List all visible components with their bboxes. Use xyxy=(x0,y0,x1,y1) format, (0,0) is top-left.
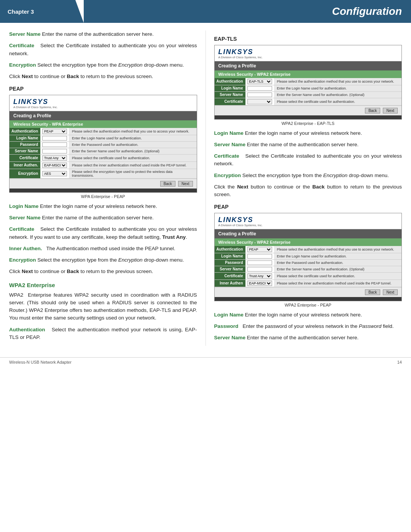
input-cert-eap[interactable] xyxy=(245,98,274,105)
input-server[interactable] xyxy=(40,148,69,154)
label-server: Server Name xyxy=(10,148,40,154)
desc-server-peap2: Enter the Server Name used for authentic… xyxy=(274,266,402,272)
term-login-peap2: Login Name xyxy=(214,312,244,318)
input-encryption[interactable]: AES xyxy=(40,169,69,178)
encryption-eap-para: Encryption Select the encryption type fr… xyxy=(214,172,402,179)
logo-sub: A Division of Cisco Systems, Inc. xyxy=(13,106,193,109)
input-authentication[interactable]: PEAP xyxy=(40,128,69,135)
term-server-name: Server Name xyxy=(9,31,41,37)
table-row: Authentication EAP-TLS Please select the… xyxy=(215,78,402,85)
table-row: Inner Authen EAP-MSCHAP v2 Please select… xyxy=(215,280,402,287)
table-row: Certificate Trust Any Please select the … xyxy=(10,154,197,161)
security-section-3: Wireless Security - WPA2 Enterprise xyxy=(215,238,402,246)
click-next-2: Click Next to continue or Back to return… xyxy=(9,268,197,275)
term-cert-eap: Certificate xyxy=(214,153,239,159)
input-login[interactable] xyxy=(40,135,69,141)
label-authentication: Authentication xyxy=(10,128,40,135)
desc-authentication: Please select the authentication method … xyxy=(69,128,197,135)
table-row: Server Name Enter the Server Name used f… xyxy=(215,91,402,98)
input-auth-peap2[interactable]: PEAP xyxy=(245,246,274,253)
box-footer: Back Next xyxy=(10,179,197,189)
peap-heading: PEAP xyxy=(9,86,197,92)
desc-inner-peap2: Please select the inner authentication m… xyxy=(274,280,402,287)
logo-brand-2: LINKSYS xyxy=(218,48,398,56)
desc-certificate: Please select the certificate used for a… xyxy=(69,154,197,161)
table-row: Server Name Enter the Server Name used f… xyxy=(215,266,402,272)
input-server-peap2[interactable] xyxy=(245,266,274,272)
term-encryption: Encryption xyxy=(9,62,36,68)
table-row: Login Name Enter the Login Name used for… xyxy=(215,253,402,259)
linksys-header-2: LINKSYS A Division of Cisco Systems, Inc… xyxy=(215,45,402,61)
left-column: Server Name Enter the name of the authen… xyxy=(9,30,206,346)
peap-table: Authentication PEAP Please select the au… xyxy=(10,128,197,179)
login-name-peap2-para: Login Name Enter the login name of your … xyxy=(214,311,402,319)
label-server-eap: Server Name xyxy=(215,91,245,98)
server-name-eap-para: Server Name Enter the name of the authen… xyxy=(214,141,402,149)
label-cert-eap: Certificate xyxy=(215,98,245,105)
peap-caption: WPA Enterprise - PEAP xyxy=(9,194,197,199)
back-button[interactable]: Back xyxy=(160,181,175,187)
footer-right: 14 xyxy=(397,360,402,364)
logo-brand: LINKSYS xyxy=(13,98,193,106)
server-name-para: Server Name Enter the name of the authen… xyxy=(9,30,197,38)
linksys-header-3: LINKSYS A Division of Cisco Systems, Inc… xyxy=(215,213,402,229)
logo-brand-3: LINKSYS xyxy=(218,216,398,224)
input-password[interactable] xyxy=(40,141,69,148)
input-inner[interactable]: EAP-MSCHAP v2 xyxy=(40,161,69,169)
input-login-peap2[interactable] xyxy=(245,253,274,259)
label-server-peap2: Server Name xyxy=(215,266,245,272)
table-row: Inner Authen. EAP-MSCHAP v2 Please selec… xyxy=(10,161,197,169)
table-row: Login Name Enter the Login Name used for… xyxy=(215,85,402,91)
profile-title-2: Creating a Profile xyxy=(215,61,402,70)
input-auth-eap[interactable]: EAP-TLS xyxy=(245,78,274,85)
input-server-eap[interactable] xyxy=(245,91,274,98)
label-encryption: Encryption xyxy=(10,169,40,178)
table-row: Authentication PEAP Please select the au… xyxy=(215,246,402,253)
desc-login-peap2: Enter the Login Name used for authentica… xyxy=(274,253,402,259)
linksys-logo: LINKSYS A Division of Cisco Systems, Inc… xyxy=(13,98,193,109)
back-button-2[interactable]: Back xyxy=(365,108,380,113)
encryption-para: Encryption Select the encryption type fr… xyxy=(9,61,197,69)
inner-authen-para: Inner Authen. The Authentication method … xyxy=(9,245,197,252)
desc-cert-peap2: Please select the certificate used for a… xyxy=(274,272,402,280)
input-pass-peap2[interactable] xyxy=(245,259,274,266)
click-next-1: Click Next to continue or Back to return… xyxy=(9,73,197,80)
label-login-eap: Login Name xyxy=(215,85,245,91)
label-auth-eap: Authentication xyxy=(215,78,245,85)
box-footer-3: Back Next xyxy=(215,287,402,297)
table-row: Authentication PEAP Please select the au… xyxy=(10,128,197,135)
back-button-3[interactable]: Back xyxy=(365,289,380,295)
desc-login-eap: Enter the Login Name used for authentica… xyxy=(274,85,402,91)
eap-tls-table: Authentication EAP-TLS Please select the… xyxy=(215,78,402,105)
table-row: Certificate Trust Any Please select the … xyxy=(215,272,402,280)
desc-encryption: Please select the encryption type used t… xyxy=(69,169,197,178)
term-server-peap2: Server Name xyxy=(214,335,246,340)
desc-inner: Please select the inner authentication m… xyxy=(69,161,197,169)
desc-server: Enter the Server Name used for authentic… xyxy=(69,148,197,154)
table-row: Server Name Enter the Server Name used f… xyxy=(10,148,197,154)
next-button-3[interactable]: Next xyxy=(383,289,398,295)
certificate-eap-para: Certificate Select the Certificate insta… xyxy=(214,152,402,168)
encryption-para-2: Encryption Select the encryption type fr… xyxy=(9,256,197,264)
input-login-eap[interactable] xyxy=(245,85,274,91)
term-server-2: Server Name xyxy=(9,215,41,220)
password-peap2-para: Password Enter the password of your wire… xyxy=(214,323,402,330)
page-body: Server Name Enter the name of the authen… xyxy=(0,23,411,353)
input-certificate[interactable]: Trust Any xyxy=(40,154,69,161)
next-button[interactable]: Next xyxy=(178,181,193,187)
label-pass-peap2: Password xyxy=(215,259,245,266)
certificate-para: Certificate Select the Certificate insta… xyxy=(9,42,197,58)
eap-tls-heading: EAP-TLS xyxy=(214,36,402,42)
logo-sub-2: A Division of Cisco Systems, Inc. xyxy=(218,56,398,59)
page-header: Chapter 3 Configuration xyxy=(0,0,411,23)
linksys-logo-3: LINKSYS A Division of Cisco Systems, Inc… xyxy=(218,216,398,227)
term-server-eap: Server Name xyxy=(214,142,246,147)
input-inner-peap2[interactable]: EAP-MSCHAP v2 xyxy=(245,280,274,287)
label-cert-peap2: Certificate xyxy=(215,272,245,280)
input-cert-peap2[interactable]: Trust Any xyxy=(245,272,274,280)
term-password-peap2: Password xyxy=(214,323,239,329)
next-button-2[interactable]: Next xyxy=(383,108,398,113)
certificate-para-2: Certificate Select the Certificate insta… xyxy=(9,225,197,241)
peap2-heading: PEAP xyxy=(214,204,402,210)
login-name-para-2: Login Name Enter the login name of your … xyxy=(9,203,197,210)
